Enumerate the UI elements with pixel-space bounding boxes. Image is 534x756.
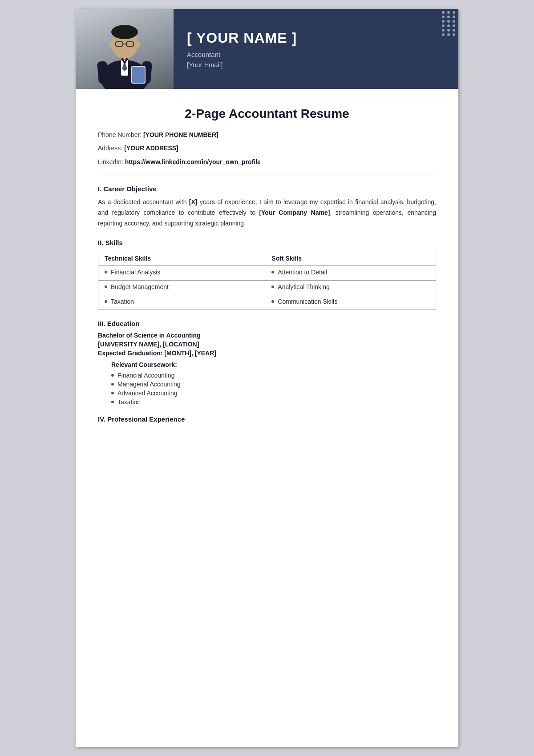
career-body-plain: As a dedicated accountant with [98,198,189,205]
soft-skill-2: Analytical Thinking [265,280,436,295]
skills-row-2: Budget Management Analytical Thinking [98,280,436,295]
phone-line: Phone Number: [YOUR PHONE NUMBER] [98,130,436,140]
education-title: III. Education [98,320,436,327]
resume-page: [ YOUR NAME ] Accountant [Your Email] 2-… [76,9,458,747]
bullet-icon [105,286,107,288]
linkedin-value: https://www.linkedin.com/in/your_own_pro… [125,158,261,165]
career-objective-section: I. Career Objective As a dedicated accou… [98,185,436,229]
phone-value: [YOUR PHONE NUMBER] [143,131,218,138]
soft-skill-3: Communication Skills [265,295,436,310]
address-line: Address: [YOUR ADDRESS] [98,143,436,153]
header-name: [ YOUR NAME ] [187,30,445,46]
technical-skill-2: Budget Management [98,280,265,295]
svg-point-10 [136,41,140,48]
coursework-item-2: Managerial Accounting [111,381,436,388]
header-email: [Your Email] [187,61,445,68]
section-divider [98,176,436,176]
bullet-icon [271,286,274,288]
experience-title: IV. Professional Experience [98,415,436,423]
bullet-icon [111,392,114,394]
address-value: [YOUR ADDRESS] [124,145,178,152]
bullet-icon [111,374,114,377]
bullet-icon [111,401,114,403]
soft-skill-1: Attention to Detail [265,265,436,280]
bullet-icon [105,300,107,303]
dots-decoration [442,11,456,36]
skills-row-3: Taxation Communication Skills [98,295,436,310]
svg-rect-15 [132,67,145,83]
skills-section: II. Skills Technical Skills Soft Skills … [98,239,436,310]
coursework-item-1: Financial Accounting [111,372,436,379]
address-label: Address: [98,145,122,152]
career-body-bold1: [X] [189,198,198,205]
resume-title: 2-Page Accountant Resume [98,107,436,121]
skills-title: II. Skills [98,239,436,246]
phone-label: Phone Number: [98,131,142,138]
bullet-icon [271,271,274,273]
technical-skill-3: Taxation [98,295,265,310]
person-illustration [89,13,160,89]
bullet-icon [271,300,274,303]
coursework-item-4: Taxation [111,398,436,406]
technical-skill-1: Financial Analysis [98,265,265,280]
bullet-icon [105,271,107,273]
skills-row-1: Financial Analysis Attention to Detail [98,265,436,280]
edu-degree: Bachelor of Science in Accounting [98,332,436,339]
career-body-bold2: [Your Company Name] [259,209,330,216]
linkedin-line: LinkedIn: https://www.linkedin.com/in/yo… [98,157,436,167]
coursework-box: Relevant Coursework: Financial Accountin… [111,361,436,406]
svg-point-9 [109,41,113,48]
bullet-icon [111,383,114,386]
profile-photo [76,9,174,89]
header-job-title: Accountant [187,51,445,58]
soft-skills-header: Soft Skills [265,251,436,265]
edu-graduation: Expected Graduation: [MONTH], [YEAR] [98,350,436,357]
header-info: [ YOUR NAME ] Accountant [Your Email] [174,9,458,89]
svg-point-5 [111,25,138,39]
coursework-item-3: Advanced Accounting [111,390,436,397]
career-objective-title: I. Career Objective [98,185,436,193]
main-content: 2-Page Accountant Resume Phone Number: [… [76,89,458,436]
linkedin-label: LinkedIn: [98,158,123,165]
career-objective-body: As a dedicated accountant with [X] years… [98,197,436,229]
technical-skills-header: Technical Skills [98,251,265,265]
edu-university: [UNIVERSITY NAME], [LOCATION] [98,341,436,348]
header-section: [ YOUR NAME ] Accountant [Your Email] [76,9,458,89]
education-section: III. Education Bachelor of Science in Ac… [98,320,436,406]
svg-rect-12 [97,61,109,84]
skills-table: Technical Skills Soft Skills Financial A… [98,251,436,310]
coursework-title: Relevant Coursework: [111,361,436,368]
